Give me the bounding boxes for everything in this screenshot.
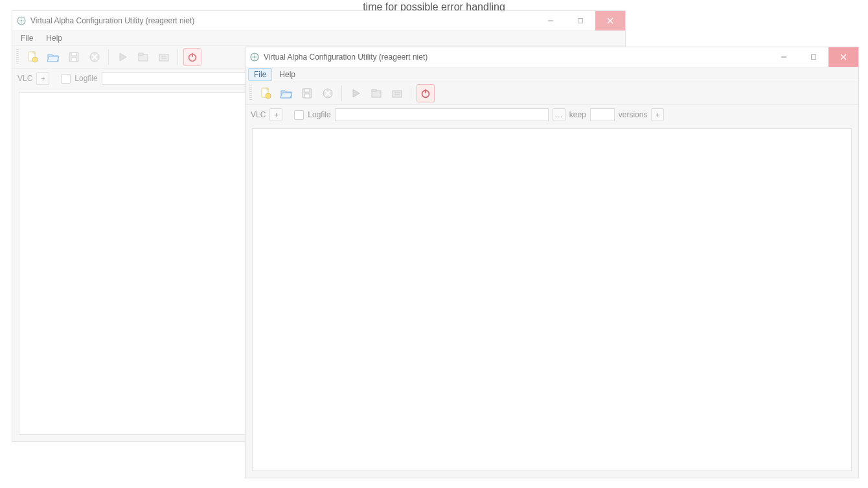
window-title: Virtual Alpha Configuration Utility (rea… xyxy=(264,52,769,62)
logfile-input[interactable] xyxy=(335,108,549,121)
browse-button[interactable]: … xyxy=(553,108,565,121)
svg-point-10 xyxy=(32,57,38,62)
window-controls xyxy=(769,47,858,67)
window-controls xyxy=(536,11,625,30)
new-file-button[interactable] xyxy=(24,49,41,65)
menubar: File Help xyxy=(246,67,858,82)
folder-button-1[interactable] xyxy=(135,49,152,65)
play-button[interactable] xyxy=(347,85,364,102)
svg-marker-17 xyxy=(120,53,126,61)
close-button[interactable] xyxy=(595,11,625,30)
logfile-label: Logfile xyxy=(308,110,330,119)
content-area xyxy=(252,128,852,471)
toolbar-separator xyxy=(341,86,342,101)
save-button[interactable] xyxy=(299,85,315,102)
open-file-button[interactable] xyxy=(45,49,62,65)
vlc-label: VLC xyxy=(251,110,266,119)
close-button[interactable] xyxy=(828,47,858,67)
versions-plus-button[interactable]: + xyxy=(651,108,664,121)
window-front: Virtual Alpha Configuration Utility (rea… xyxy=(245,47,859,478)
vlc-label: VLC xyxy=(17,74,32,83)
save-button[interactable] xyxy=(65,49,82,65)
svg-rect-20 xyxy=(159,54,168,61)
minimize-button[interactable] xyxy=(769,47,799,67)
versions-label: versions xyxy=(619,110,648,119)
app-icon xyxy=(249,52,260,62)
options-bar: VLC + Logfile … keep versions + xyxy=(246,105,858,124)
minimize-button[interactable] xyxy=(536,11,565,30)
svg-point-35 xyxy=(266,93,271,99)
maximize-button[interactable] xyxy=(565,11,595,30)
svg-rect-37 xyxy=(304,89,310,92)
folder-button-1[interactable] xyxy=(368,85,385,102)
toolbar-separator xyxy=(108,49,109,65)
vlc-plus-button[interactable]: + xyxy=(269,108,282,121)
play-button[interactable] xyxy=(114,49,131,65)
titlebar[interactable]: Virtual Alpha Configuration Utility (rea… xyxy=(246,47,858,67)
svg-rect-12 xyxy=(71,52,76,56)
app-icon xyxy=(16,16,27,26)
folder-button-2[interactable] xyxy=(389,85,405,102)
svg-rect-13 xyxy=(71,58,76,62)
open-file-button[interactable] xyxy=(278,85,295,102)
new-file-button[interactable] xyxy=(257,85,274,102)
svg-rect-19 xyxy=(139,53,143,55)
versions-input[interactable] xyxy=(590,108,615,121)
logfile-label: Logfile xyxy=(74,74,97,83)
vlc-plus-button[interactable]: + xyxy=(36,72,49,85)
toolbar-separator-2 xyxy=(411,86,411,101)
power-button[interactable] xyxy=(183,48,201,66)
power-button[interactable] xyxy=(417,84,435,102)
maximize-button[interactable] xyxy=(799,47,828,67)
svg-rect-44 xyxy=(372,89,376,91)
toolbar xyxy=(246,82,858,105)
folder-button-2[interactable] xyxy=(155,49,172,65)
menubar: File Help xyxy=(12,31,625,46)
keep-label: keep xyxy=(569,110,586,119)
logfile-checkbox[interactable] xyxy=(294,110,304,120)
svg-rect-45 xyxy=(393,91,402,97)
window-title: Virtual Alpha Configuration Utility (rea… xyxy=(30,16,536,25)
titlebar[interactable]: Virtual Alpha Configuration Utility (rea… xyxy=(12,11,625,31)
svg-rect-30 xyxy=(812,55,816,60)
toolbar-grip xyxy=(249,86,252,101)
svg-rect-5 xyxy=(578,19,583,23)
menu-file[interactable]: File xyxy=(15,32,39,45)
menu-file[interactable]: File xyxy=(248,68,272,81)
logfile-checkbox[interactable] xyxy=(61,74,71,84)
svg-marker-42 xyxy=(353,89,360,97)
menu-help[interactable]: Help xyxy=(273,68,301,81)
menu-help[interactable]: Help xyxy=(40,32,68,45)
toolbar-grip xyxy=(16,49,19,65)
cancel-button[interactable] xyxy=(86,49,103,65)
cancel-button[interactable] xyxy=(319,85,336,102)
svg-rect-38 xyxy=(304,94,310,98)
toolbar-separator-2 xyxy=(177,49,178,65)
